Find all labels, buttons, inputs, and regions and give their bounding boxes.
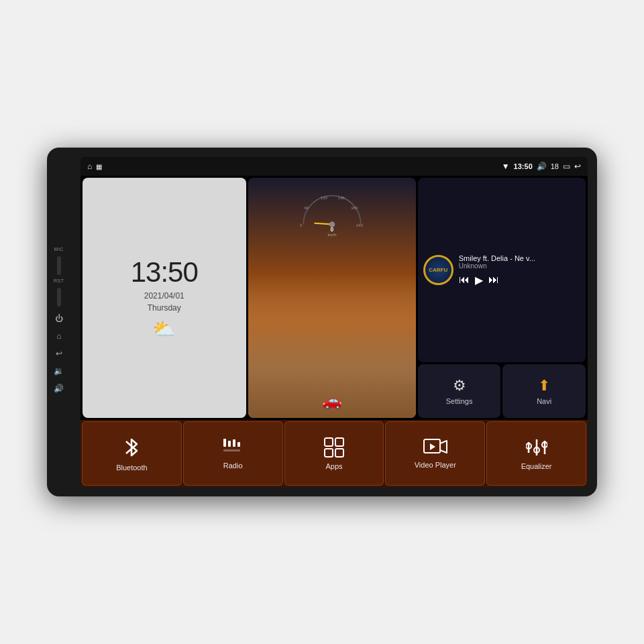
nav-item-apps[interactable]: Apps (284, 421, 384, 486)
rst-button[interactable] (57, 288, 61, 307)
svg-text:60: 60 (304, 206, 309, 210)
mic-label: MIC (54, 247, 64, 252)
volume-level: 18 (551, 162, 559, 170)
weather-icon: ⛅ (152, 318, 176, 340)
top-section: 13:50 2021/04/01 Thursday ⛅ (80, 176, 588, 420)
car-head-unit: MIC RST ⏻ ⌂ ↩ 🔉 🔊 ⌂ ▦ ▼ 13:50 🔊 18 ▭ ↩ (47, 148, 597, 496)
navi-label: Navi (537, 397, 551, 405)
svg-text:km/h: km/h (327, 233, 336, 237)
home-status-icon[interactable]: ⌂ (87, 162, 92, 171)
status-right: ▼ 13:50 🔊 18 ▭ ↩ (502, 162, 581, 171)
settings-label: Settings (446, 397, 473, 405)
svg-text:0: 0 (300, 223, 303, 227)
status-bar: ⌂ ▦ ▼ 13:50 🔊 18 ▭ ↩ (80, 157, 588, 176)
play-button[interactable]: ▶ (475, 274, 483, 286)
navi-icon: ⬆ (538, 377, 550, 394)
nav-item-radio[interactable]: Radio (183, 421, 283, 486)
clock-day: Thursday (148, 303, 181, 313)
equalizer-icon (526, 437, 547, 458)
prev-button[interactable]: ⏮ (459, 274, 470, 286)
quick-buttons: ⚙ Settings ⬆ Navi (418, 364, 586, 418)
svg-text:240: 240 (356, 223, 364, 227)
main-content: 13:50 2021/04/01 Thursday ⛅ (80, 176, 588, 487)
apps-status-icon[interactable]: ▦ (96, 163, 102, 170)
video-icon (423, 438, 447, 457)
battery-icon: ▭ (563, 162, 570, 171)
bluetooth-icon (121, 435, 142, 460)
svg-rect-14 (237, 442, 240, 447)
music-logo: CARFU (423, 255, 453, 285)
svg-rect-13 (233, 439, 235, 447)
music-widget: CARFU Smiley ft. Delia - Ne v... Unknown… (418, 178, 586, 362)
nav-item-bluetooth[interactable]: Bluetooth (82, 421, 182, 486)
svg-rect-12 (228, 441, 231, 447)
screen: ⌂ ▦ ▼ 13:50 🔊 18 ▭ ↩ 13:50 2021/04/01 Th… (80, 157, 588, 487)
settings-icon: ⚙ (453, 377, 466, 394)
svg-rect-15 (223, 449, 240, 451)
svg-rect-19 (335, 449, 343, 457)
nav-item-video[interactable]: Video Player (385, 421, 485, 486)
mic-button[interactable] (57, 256, 61, 275)
vol-down-icon[interactable]: 🔉 (54, 366, 64, 376)
svg-marker-21 (430, 443, 435, 450)
bottom-nav: Bluetooth Radio (80, 420, 588, 487)
svg-rect-18 (325, 449, 333, 457)
svg-rect-11 (223, 439, 226, 447)
speedometer-widget: 0 60 120 140 180 240 0 km/h (248, 178, 416, 418)
radio-icon (222, 437, 244, 458)
volume-icon: 🔊 (537, 162, 547, 171)
rst-label: RST (54, 278, 64, 283)
side-buttons: MIC RST ⏻ ⌂ ↩ 🔉 🔊 (54, 148, 64, 496)
home-side-icon[interactable]: ⌂ (56, 331, 61, 341)
svg-text:140: 140 (337, 196, 345, 200)
nav-item-equalizer[interactable]: Equalizer (486, 421, 586, 486)
back-side-icon[interactable]: ↩ (56, 349, 62, 358)
vol-up-icon[interactable]: 🔊 (54, 384, 64, 393)
wifi-icon: ▼ (502, 162, 510, 171)
right-panel: CARFU Smiley ft. Delia - Ne v... Unknown… (418, 178, 586, 418)
speedometer-svg: 0 60 120 140 180 240 0 km/h (292, 183, 372, 237)
apps-label: Apps (325, 462, 342, 470)
next-button[interactable]: ⏭ (488, 274, 499, 286)
power-icon[interactable]: ⏻ (55, 314, 63, 323)
apps-icon (323, 437, 345, 458)
status-time: 13:50 (514, 162, 533, 170)
status-left: ⌂ ▦ (87, 162, 102, 171)
svg-text:0: 0 (330, 226, 333, 233)
clock-time: 13:50 (131, 256, 198, 288)
navi-button[interactable]: ⬆ Navi (502, 364, 586, 418)
settings-button[interactable]: ⚙ Settings (418, 364, 501, 418)
video-label: Video Player (415, 461, 456, 469)
music-controls: ⏮ ▶ ⏭ (459, 274, 580, 286)
svg-rect-16 (325, 438, 333, 446)
music-artist: Unknown (459, 262, 580, 270)
music-info: Smiley ft. Delia - Ne v... Unknown ⏮ ▶ ⏭ (459, 254, 580, 286)
clock-date: 2021/04/01 (144, 291, 184, 301)
svg-text:180: 180 (351, 206, 358, 210)
svg-rect-17 (335, 438, 343, 446)
car-icon: 🚗 (322, 391, 342, 410)
clock-widget: 13:50 2021/04/01 Thursday ⛅ (83, 178, 246, 418)
music-logo-text: CARFU (429, 267, 447, 273)
bluetooth-label: Bluetooth (116, 464, 147, 472)
music-title: Smiley ft. Delia - Ne v... (459, 254, 580, 262)
equalizer-label: Equalizer (521, 462, 552, 470)
radio-label: Radio (223, 462, 243, 470)
svg-text:120: 120 (320, 196, 327, 200)
back-status-icon[interactable]: ↩ (574, 162, 581, 171)
